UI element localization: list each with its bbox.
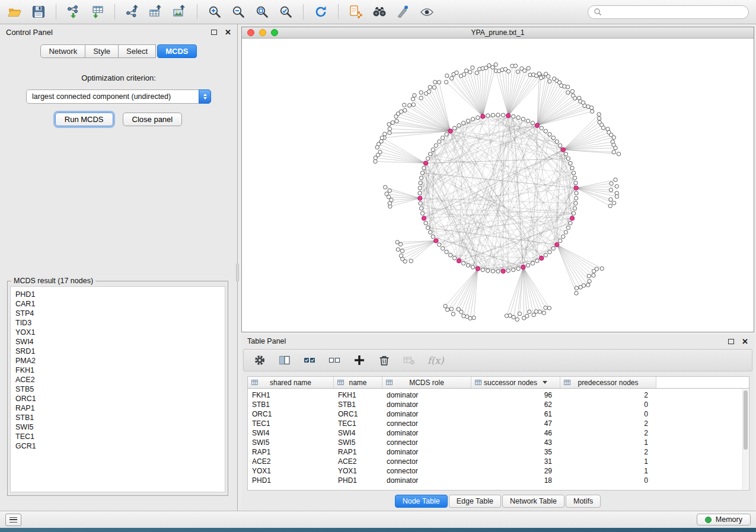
table-row[interactable]: FKH1 FKH1 dominator 96 2 [248,390,749,400]
control-panel-title: Control Panel [6,28,53,37]
tab-style[interactable]: Style [85,44,119,58]
mcds-result-item[interactable]: STB5 [15,384,220,394]
zoom-selected-icon[interactable] [278,4,294,20]
delete-column-icon[interactable] [378,354,391,367]
zoom-out-icon[interactable] [231,4,246,20]
import-network-icon[interactable] [66,4,81,20]
float-table-panel-icon[interactable] [728,339,734,344]
show-columns-icon[interactable] [278,354,291,367]
mcds-result-item[interactable]: SWI4 [15,337,220,347]
refresh-layout-icon[interactable] [313,4,328,20]
tab-mcds[interactable]: MCDS [157,44,196,58]
run-mcds-button[interactable]: Run MCDS [55,113,113,126]
render-details-icon[interactable] [395,4,411,20]
optimization-criterion-select[interactable]: largest connected component (undirected) [26,89,211,104]
mcds-result-item[interactable]: PMA2 [15,356,220,366]
cell-mcds-role: dominator [382,476,471,485]
mcds-result-item[interactable]: ACE2 [15,375,220,384]
network-view-window: YPA_prune.txt_1 [241,27,754,332]
export-table-icon[interactable] [148,4,164,20]
column-header-mcds-role[interactable]: MCDS role [382,377,471,388]
mcds-result-item[interactable]: STB1 [15,413,220,422]
column-header-predecessor-nodes[interactable]: predecessor nodes [560,377,656,388]
column-header-name[interactable]: name [334,377,382,388]
table-row[interactable]: STB1 STB1 dominator 62 0 [248,400,749,409]
close-panel-button[interactable]: Close panel [123,113,183,126]
tab-node-table[interactable]: Node Table [395,495,448,508]
zoom-window-button[interactable] [271,29,278,36]
table-row[interactable]: SWI4 SWI4 dominator 46 2 [248,428,749,438]
function-builder-icon[interactable]: f(x) [428,355,444,366]
mcds-result-item[interactable]: YOX1 [15,328,220,337]
select-all-icon[interactable] [303,354,316,367]
add-column-icon[interactable] [353,354,366,367]
mcds-result-item[interactable]: TID3 [15,318,220,328]
deselect-all-icon[interactable] [328,354,341,367]
close-panel-icon[interactable]: ✕ [225,28,231,36]
cell-name: PHD1 [334,476,382,485]
table-mini-icon [564,379,570,386]
table-row[interactable]: YOX1 YOX1 connector 29 1 [248,466,749,476]
toolbar-separator [114,4,115,20]
zoom-fit-icon[interactable] [254,4,270,20]
mcds-result-item[interactable]: RAP1 [15,403,220,413]
mcds-result-item[interactable]: SWI5 [15,422,220,432]
table-row[interactable]: ACE2 ACE2 connector 31 1 [248,457,749,466]
table-row[interactable]: ORC1 ORC1 dominator 61 0 [248,409,749,419]
document-share-icon[interactable] [348,4,363,20]
zoom-in-icon[interactable] [207,4,222,20]
table-row[interactable]: RAP1 RAP1 dominator 35 2 [248,447,749,457]
mcds-result-item[interactable]: FKH1 [15,366,220,375]
mcds-result-item[interactable]: STP4 [15,309,220,318]
cell-mcds-role: connector [382,467,471,475]
cell-shared-name: SWI4 [248,429,334,437]
tab-network[interactable]: Network [40,44,85,58]
memory-status-icon [705,517,712,523]
toolbar-separator [56,4,56,20]
minimize-window-button[interactable] [259,29,266,36]
close-table-panel-icon[interactable]: ✕ [742,338,748,345]
cell-successor-nodes: 47 [471,419,560,428]
save-icon[interactable] [31,4,46,20]
table-scrollbar[interactable] [742,389,748,489]
open-folder-icon[interactable] [7,4,23,20]
mcds-result-fieldset: MCDS result (17 nodes) PHD1 CAR1 STP4 TI… [7,277,228,496]
mcds-result-item[interactable]: GCR1 [15,441,220,451]
mcds-result-title: MCDS result (17 nodes) [11,277,95,285]
memory-button[interactable]: Memory [697,514,751,525]
control-panel-header: Control Panel ✕ [0,24,237,40]
cell-name: YOX1 [334,467,382,475]
table-row[interactable]: PHD1 PHD1 dominator 18 0 [248,476,749,485]
tab-edge-table[interactable]: Edge Table [449,495,501,508]
table-scrollbar-thumb[interactable] [744,390,748,450]
network-canvas[interactable] [242,39,754,331]
search-binoculars-icon[interactable] [372,4,387,20]
eye-icon[interactable] [419,4,435,20]
mcds-result-item[interactable]: PHD1 [15,290,220,299]
tab-select[interactable]: Select [119,44,156,58]
table-mini-icon [337,379,344,386]
import-table-icon[interactable] [90,4,105,20]
export-image-icon[interactable] [172,4,187,20]
table-row[interactable]: TEC1 TEC1 connector 47 2 [248,419,749,428]
right-area: YPA_prune.txt_1 Table Panel ✕ [238,24,756,511]
table-mini-icon [475,379,481,386]
close-window-button[interactable] [247,29,254,36]
import-table-disabled-icon[interactable] [403,354,416,367]
column-header-shared-name[interactable]: shared name [248,377,334,388]
cell-shared-name: YOX1 [248,467,334,475]
float-panel-icon[interactable] [211,30,217,35]
tab-network-table[interactable]: Network Table [502,495,564,508]
search-input[interactable] [605,8,743,16]
mcds-result-item[interactable]: SRD1 [15,347,220,356]
table-row[interactable]: SWI5 SWI5 connector 43 1 [248,438,749,447]
mcds-result-item[interactable]: TEC1 [15,432,220,441]
gear-icon[interactable] [253,354,266,367]
export-network-icon[interactable] [125,4,140,20]
mcds-result-item[interactable]: ORC1 [15,394,220,403]
column-header-successor-nodes[interactable]: successor nodes [471,377,560,388]
cell-successor-nodes: 46 [471,429,560,437]
tab-motifs[interactable]: Motifs [566,495,601,508]
mcds-result-item[interactable]: CAR1 [15,299,220,309]
status-menu-button[interactable] [5,514,21,526]
